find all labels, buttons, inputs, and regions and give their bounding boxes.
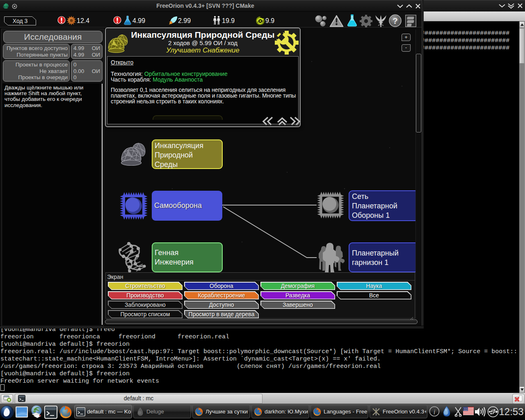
svg-text:Ход 3: Ход 3 [13, 18, 28, 24]
svg-text:i: i [434, 408, 436, 416]
svg-text:?: ? [393, 16, 398, 25]
